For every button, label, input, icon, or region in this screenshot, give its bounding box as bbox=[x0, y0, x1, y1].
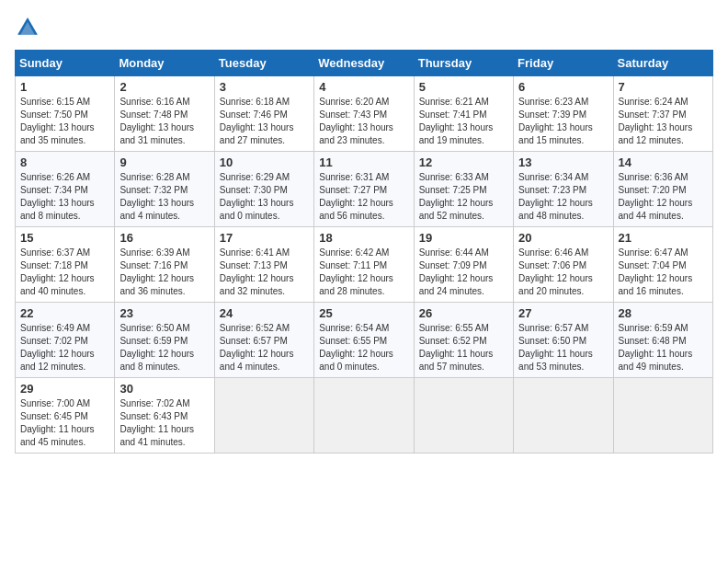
cell-info: Sunrise: 6:16 AMSunset: 7:48 PMDaylight:… bbox=[119, 96, 209, 147]
calendar-cell: 8Sunrise: 6:26 AMSunset: 7:34 PMDaylight… bbox=[16, 152, 115, 227]
cell-info: Sunrise: 6:50 AMSunset: 6:59 PMDaylight:… bbox=[119, 322, 209, 373]
calendar-cell: 4Sunrise: 6:20 AMSunset: 7:43 PMDaylight… bbox=[314, 76, 414, 152]
cell-info: Sunrise: 6:21 AMSunset: 7:41 PMDaylight:… bbox=[419, 96, 508, 147]
week-row-5: 29Sunrise: 7:00 AMSunset: 6:45 PMDayligh… bbox=[16, 378, 713, 454]
calendar-cell: 27Sunrise: 6:57 AMSunset: 6:50 PMDayligh… bbox=[514, 303, 613, 378]
calendar-cell: 3Sunrise: 6:18 AMSunset: 7:46 PMDaylight… bbox=[214, 76, 313, 152]
day-number: 12 bbox=[419, 155, 508, 169]
cell-info: Sunrise: 6:15 AMSunset: 7:50 PMDaylight:… bbox=[20, 96, 109, 147]
day-number: 15 bbox=[20, 231, 109, 245]
cell-info: Sunrise: 6:24 AMSunset: 7:37 PMDaylight:… bbox=[619, 96, 708, 147]
calendar-cell: 2Sunrise: 6:16 AMSunset: 7:48 PMDaylight… bbox=[115, 76, 214, 152]
calendar-cell: 15Sunrise: 6:37 AMSunset: 7:18 PMDayligh… bbox=[16, 227, 115, 303]
cell-info: Sunrise: 6:47 AMSunset: 7:04 PMDaylight:… bbox=[619, 247, 708, 298]
week-row-2: 8Sunrise: 6:26 AMSunset: 7:34 PMDaylight… bbox=[16, 152, 713, 227]
cell-info: Sunrise: 6:52 AMSunset: 6:57 PMDaylight:… bbox=[220, 322, 309, 373]
weekday-header-saturday: Saturday bbox=[613, 51, 712, 76]
calendar-cell: 29Sunrise: 7:00 AMSunset: 6:45 PMDayligh… bbox=[16, 378, 115, 454]
cell-info: Sunrise: 6:23 AMSunset: 7:39 PMDaylight:… bbox=[518, 96, 608, 147]
day-number: 8 bbox=[20, 155, 109, 169]
week-row-4: 22Sunrise: 6:49 AMSunset: 7:02 PMDayligh… bbox=[16, 303, 713, 378]
day-number: 21 bbox=[619, 231, 708, 245]
day-number: 25 bbox=[319, 306, 408, 320]
cell-info: Sunrise: 6:36 AMSunset: 7:20 PMDaylight:… bbox=[619, 171, 708, 223]
day-number: 1 bbox=[20, 80, 109, 94]
calendar-cell bbox=[214, 378, 313, 454]
calendar-cell bbox=[314, 378, 414, 454]
cell-info: Sunrise: 6:57 AMSunset: 6:50 PMDaylight:… bbox=[518, 322, 608, 373]
day-number: 17 bbox=[220, 231, 309, 245]
logo-icon bbox=[15, 15, 40, 40]
cell-info: Sunrise: 6:18 AMSunset: 7:46 PMDaylight:… bbox=[220, 96, 309, 147]
cell-info: Sunrise: 6:41 AMSunset: 7:13 PMDaylight:… bbox=[220, 247, 309, 298]
calendar-cell bbox=[514, 378, 613, 454]
cell-info: Sunrise: 6:54 AMSunset: 6:55 PMDaylight:… bbox=[319, 322, 408, 373]
cell-info: Sunrise: 6:44 AMSunset: 7:09 PMDaylight:… bbox=[419, 247, 508, 298]
day-number: 9 bbox=[119, 155, 209, 169]
day-number: 16 bbox=[119, 231, 209, 245]
calendar-cell: 1Sunrise: 6:15 AMSunset: 7:50 PMDaylight… bbox=[16, 76, 115, 152]
cell-info: Sunrise: 6:33 AMSunset: 7:25 PMDaylight:… bbox=[419, 171, 508, 223]
cell-info: Sunrise: 6:37 AMSunset: 7:18 PMDaylight:… bbox=[20, 247, 109, 298]
day-number: 13 bbox=[518, 155, 608, 169]
weekday-header-thursday: Thursday bbox=[414, 51, 513, 76]
cell-info: Sunrise: 7:02 AMSunset: 6:43 PMDaylight:… bbox=[119, 397, 209, 449]
day-number: 18 bbox=[319, 231, 408, 245]
day-number: 29 bbox=[20, 382, 109, 396]
cell-info: Sunrise: 6:28 AMSunset: 7:32 PMDaylight:… bbox=[119, 171, 209, 223]
calendar-cell bbox=[613, 378, 712, 454]
day-number: 4 bbox=[319, 80, 408, 94]
calendar-cell: 25Sunrise: 6:54 AMSunset: 6:55 PMDayligh… bbox=[314, 303, 414, 378]
cell-info: Sunrise: 6:31 AMSunset: 7:27 PMDaylight:… bbox=[319, 171, 408, 223]
day-number: 27 bbox=[518, 306, 608, 320]
calendar-cell: 9Sunrise: 6:28 AMSunset: 7:32 PMDaylight… bbox=[115, 152, 214, 227]
calendar-cell: 6Sunrise: 6:23 AMSunset: 7:39 PMDaylight… bbox=[514, 76, 613, 152]
calendar-table: SundayMondayTuesdayWednesdayThursdayFrid… bbox=[15, 50, 713, 454]
cell-info: Sunrise: 6:42 AMSunset: 7:11 PMDaylight:… bbox=[319, 247, 408, 298]
calendar-cell: 21Sunrise: 6:47 AMSunset: 7:04 PMDayligh… bbox=[613, 227, 712, 303]
cell-info: Sunrise: 6:49 AMSunset: 7:02 PMDaylight:… bbox=[20, 322, 109, 373]
week-row-3: 15Sunrise: 6:37 AMSunset: 7:18 PMDayligh… bbox=[16, 227, 713, 303]
calendar-cell: 14Sunrise: 6:36 AMSunset: 7:20 PMDayligh… bbox=[613, 152, 712, 227]
cell-info: Sunrise: 7:00 AMSunset: 6:45 PMDaylight:… bbox=[20, 397, 109, 449]
page-header bbox=[15, 15, 713, 40]
calendar-cell: 7Sunrise: 6:24 AMSunset: 7:37 PMDaylight… bbox=[613, 76, 712, 152]
calendar-cell: 22Sunrise: 6:49 AMSunset: 7:02 PMDayligh… bbox=[16, 303, 115, 378]
cell-info: Sunrise: 6:46 AMSunset: 7:06 PMDaylight:… bbox=[518, 247, 608, 298]
calendar-cell: 26Sunrise: 6:55 AMSunset: 6:52 PMDayligh… bbox=[414, 303, 513, 378]
cell-info: Sunrise: 6:26 AMSunset: 7:34 PMDaylight:… bbox=[20, 171, 109, 223]
calendar-cell: 28Sunrise: 6:59 AMSunset: 6:48 PMDayligh… bbox=[613, 303, 712, 378]
weekday-header-tuesday: Tuesday bbox=[214, 51, 313, 76]
weekday-header-monday: Monday bbox=[115, 51, 214, 76]
calendar-cell: 17Sunrise: 6:41 AMSunset: 7:13 PMDayligh… bbox=[214, 227, 313, 303]
calendar-cell: 19Sunrise: 6:44 AMSunset: 7:09 PMDayligh… bbox=[414, 227, 513, 303]
day-number: 2 bbox=[119, 80, 209, 94]
calendar-cell: 16Sunrise: 6:39 AMSunset: 7:16 PMDayligh… bbox=[115, 227, 214, 303]
day-number: 30 bbox=[119, 382, 209, 396]
calendar-cell: 18Sunrise: 6:42 AMSunset: 7:11 PMDayligh… bbox=[314, 227, 414, 303]
day-number: 6 bbox=[518, 80, 608, 94]
calendar-cell: 20Sunrise: 6:46 AMSunset: 7:06 PMDayligh… bbox=[514, 227, 613, 303]
calendar-cell: 12Sunrise: 6:33 AMSunset: 7:25 PMDayligh… bbox=[414, 152, 513, 227]
calendar-cell: 23Sunrise: 6:50 AMSunset: 6:59 PMDayligh… bbox=[115, 303, 214, 378]
day-number: 14 bbox=[619, 155, 708, 169]
cell-info: Sunrise: 6:59 AMSunset: 6:48 PMDaylight:… bbox=[619, 322, 708, 373]
day-number: 3 bbox=[220, 80, 309, 94]
cell-info: Sunrise: 6:34 AMSunset: 7:23 PMDaylight:… bbox=[518, 171, 608, 223]
weekday-header-wednesday: Wednesday bbox=[314, 51, 414, 76]
cell-info: Sunrise: 6:29 AMSunset: 7:30 PMDaylight:… bbox=[220, 171, 309, 223]
cell-info: Sunrise: 6:20 AMSunset: 7:43 PMDaylight:… bbox=[319, 96, 408, 147]
day-number: 23 bbox=[119, 306, 209, 320]
logo bbox=[15, 15, 44, 40]
calendar-cell: 5Sunrise: 6:21 AMSunset: 7:41 PMDaylight… bbox=[414, 76, 513, 152]
day-number: 11 bbox=[319, 155, 408, 169]
day-number: 28 bbox=[619, 306, 708, 320]
calendar-cell: 30Sunrise: 7:02 AMSunset: 6:43 PMDayligh… bbox=[115, 378, 214, 454]
calendar-cell: 24Sunrise: 6:52 AMSunset: 6:57 PMDayligh… bbox=[214, 303, 313, 378]
calendar-cell: 10Sunrise: 6:29 AMSunset: 7:30 PMDayligh… bbox=[214, 152, 313, 227]
day-number: 20 bbox=[518, 231, 608, 245]
day-number: 5 bbox=[419, 80, 508, 94]
calendar-cell: 11Sunrise: 6:31 AMSunset: 7:27 PMDayligh… bbox=[314, 152, 414, 227]
day-number: 7 bbox=[619, 80, 708, 94]
calendar-cell: 13Sunrise: 6:34 AMSunset: 7:23 PMDayligh… bbox=[514, 152, 613, 227]
